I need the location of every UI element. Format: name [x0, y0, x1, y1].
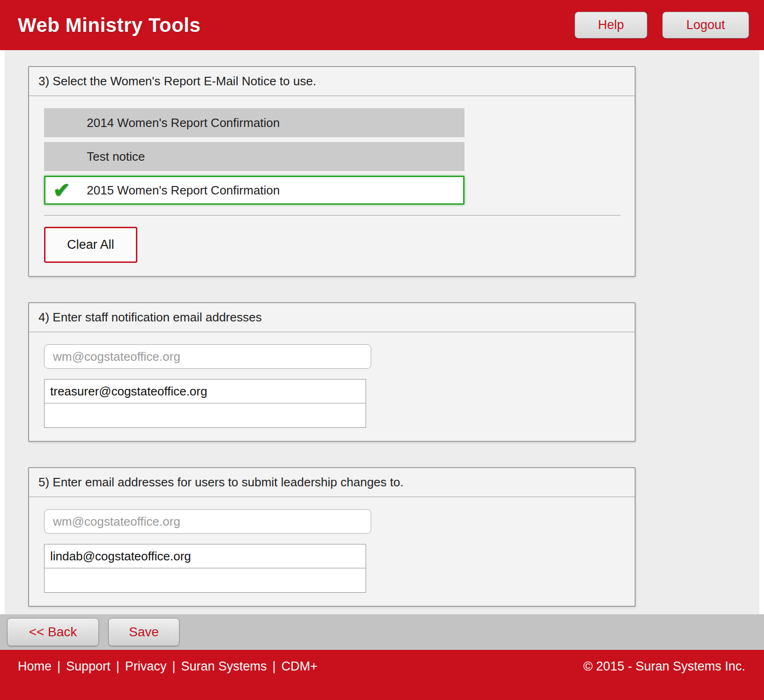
leadership-email-row[interactable]: lindab@cogstateoffice.org	[45, 544, 366, 568]
notice-option-2015-selected[interactable]: ✔ 2015 Women's Report Confirmation	[44, 176, 464, 205]
staff-email-input[interactable]	[44, 344, 371, 369]
leadership-email-input[interactable]	[44, 509, 371, 534]
footer-separator: |	[116, 659, 120, 674]
leadership-emails-title: 5) Enter email addresses for users to su…	[29, 468, 635, 497]
footer-separator: |	[57, 659, 60, 674]
footer-link-home[interactable]: Home	[18, 659, 52, 674]
leadership-emails-panel: 5) Enter email addresses for users to su…	[28, 467, 636, 607]
footer-link-suran-systems[interactable]: Suran Systems	[181, 659, 267, 674]
notice-option-label: 2015 Women's Report Confirmation	[87, 183, 280, 198]
footer-links: Home | Support | Privacy | Suran Systems…	[18, 659, 318, 674]
notice-select-title: 3) Select the Women's Report E-Mail Noti…	[29, 67, 635, 96]
footer-link-cdm[interactable]: CDM+	[281, 659, 317, 674]
footer-separator: |	[272, 659, 276, 674]
app-title: Web Ministry Tools	[18, 14, 575, 37]
footer-link-support[interactable]: Support	[66, 659, 111, 674]
logout-button[interactable]: Logout	[662, 12, 749, 38]
footer-separator: |	[172, 659, 175, 674]
save-button[interactable]: Save	[108, 618, 180, 646]
help-button[interactable]: Help	[575, 12, 647, 38]
action-bar: << Back Save	[0, 614, 764, 650]
notice-option-label: 2014 Women's Report Confirmation	[87, 116, 280, 130]
leadership-email-list: lindab@cogstateoffice.org	[44, 544, 366, 593]
staff-email-list: treasurer@cogstateoffice.org	[44, 379, 366, 428]
staff-email-row-empty[interactable]	[45, 403, 366, 427]
footer-link-privacy[interactable]: Privacy	[125, 659, 167, 674]
check-icon: ✔	[53, 180, 77, 201]
staff-emails-panel: 4) Enter staff notification email addres…	[28, 302, 636, 442]
notice-option-label: Test notice	[87, 149, 145, 164]
notice-select-panel: 3) Select the Women's Report E-Mail Noti…	[28, 66, 636, 277]
staff-email-row[interactable]: treasurer@cogstateoffice.org	[45, 380, 366, 403]
staff-emails-title: 4) Enter staff notification email addres…	[29, 303, 635, 332]
app-footer: Home | Support | Privacy | Suran Systems…	[0, 650, 764, 700]
app-header: Web Ministry Tools Help Logout	[0, 0, 764, 50]
notice-options-list: ✔ 2014 Women's Report Confirmation ✔ Tes…	[44, 108, 621, 216]
clear-all-button[interactable]: Clear All	[44, 227, 137, 263]
leadership-email-row-empty[interactable]	[45, 568, 366, 592]
notice-option-2014[interactable]: ✔ 2014 Women's Report Confirmation	[44, 108, 464, 137]
main-content: 3) Select the Women's Report E-Mail Noti…	[5, 50, 759, 614]
footer-copyright: © 2015 - Suran Systems Inc.	[583, 659, 745, 674]
notice-option-test[interactable]: ✔ Test notice	[44, 142, 464, 171]
back-button[interactable]: << Back	[7, 618, 99, 646]
